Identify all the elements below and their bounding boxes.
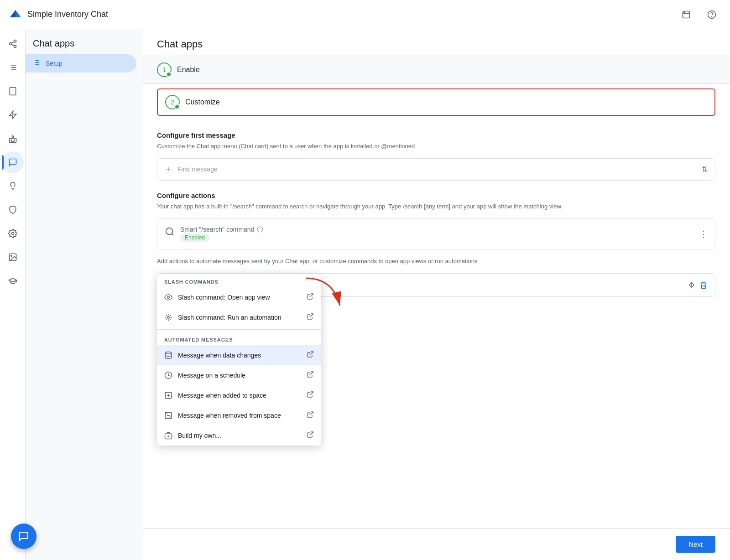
first-message-placeholder: First message xyxy=(177,166,218,173)
up-down-icon[interactable] xyxy=(688,281,696,289)
dropdown-item-removed-space-left: Message when removed from space xyxy=(164,411,281,420)
automated-messages-label: AUTOMATED MESSAGES xyxy=(157,332,321,345)
dropdown-item-run-automation[interactable]: Slash command: Run an automation xyxy=(157,307,321,327)
svg-point-29 xyxy=(10,255,11,257)
svg-point-5 xyxy=(712,16,712,16)
dropdown-arrow-added-space xyxy=(307,391,314,400)
dropdown-item-data-changes-left: Message when data changes xyxy=(164,351,261,359)
database-icon xyxy=(164,351,172,359)
topbar-left: Simple Inventory Chat xyxy=(9,8,108,21)
search-command-card[interactable]: Smart "/search" command Enabled ⋮ xyxy=(157,218,715,249)
sidebar-icon-chat[interactable] xyxy=(2,151,24,173)
first-message-expand-icon: ⇅ xyxy=(702,165,708,174)
svg-point-7 xyxy=(9,43,11,45)
enter-icon7 xyxy=(307,431,314,438)
svg-point-38 xyxy=(166,228,173,235)
build-own-icon xyxy=(164,431,172,440)
sidebar-icon-gallery[interactable] xyxy=(2,246,24,268)
icon-sidebar xyxy=(0,29,26,560)
svg-point-22 xyxy=(10,140,11,141)
enter-icon5 xyxy=(307,391,314,398)
sidebar-icon-graduation[interactable] xyxy=(2,270,24,292)
step1-label: Enable xyxy=(177,66,200,74)
dropdown-item-added-space-left: Message when added to space xyxy=(164,391,266,399)
next-button[interactable]: Next xyxy=(676,536,715,553)
nav-sidebar: Chat apps Setup xyxy=(26,29,142,560)
app-logo xyxy=(9,8,22,21)
step2-row-highlighted[interactable]: 2 Customize xyxy=(157,88,715,116)
svg-point-8 xyxy=(14,45,16,47)
share-icon xyxy=(8,39,17,48)
enter-icon6 xyxy=(307,411,314,418)
configure-actions-desc: Your chat app has a built-in "/search" c… xyxy=(157,202,715,211)
enter-icon2 xyxy=(307,313,314,320)
first-message-input[interactable]: First message ⇅ xyxy=(157,158,715,181)
clock-icon xyxy=(164,371,172,379)
configure-first-message-desc: Customize the Chat app menu (Chat card) … xyxy=(157,142,715,151)
add-icon xyxy=(165,165,173,173)
dropdown-item-open-app-view-left: Slash command: Open app view xyxy=(164,293,270,301)
dropdown-item-message-added-space[interactable]: Message when added to space xyxy=(157,385,321,405)
dropdown-arrow-data-changes xyxy=(307,351,314,360)
remove-space-icon xyxy=(164,411,172,420)
fab-chat-button[interactable] xyxy=(11,524,36,549)
step1-dot xyxy=(166,72,172,77)
sidebar-icon-list[interactable] xyxy=(2,57,24,78)
configure-first-message-title: Configure first message xyxy=(157,131,715,139)
preview-button[interactable] xyxy=(677,5,695,24)
dropdown-item-message-schedule[interactable]: Message on a schedule xyxy=(157,365,321,385)
first-message-input-left: First message xyxy=(165,165,218,173)
step1-badge: 1 xyxy=(157,62,172,77)
svg-line-39 xyxy=(172,233,173,235)
shield-icon xyxy=(8,205,17,214)
dropdown-item-removed-space-label: Message when removed from space xyxy=(178,412,281,419)
robot-icon xyxy=(8,134,17,143)
dropdown-item-open-app-view[interactable]: Slash command: Open app view xyxy=(157,287,321,307)
svg-line-9 xyxy=(11,44,14,46)
step2-badge: 2 xyxy=(165,95,180,109)
svg-point-21 xyxy=(12,136,13,137)
sidebar-icon-tablet[interactable] xyxy=(2,80,24,102)
dropdown-item-run-automation-left: Slash command: Run an automation xyxy=(164,313,281,321)
enter-icon3 xyxy=(307,351,314,358)
dropdown-item-build-own-left: Build my own... xyxy=(164,431,221,440)
sidebar-icon-robot[interactable] xyxy=(2,128,24,150)
content-footer: Next xyxy=(142,528,730,560)
configure-actions-title: Configure actions xyxy=(157,192,715,199)
main-layout: Chat apps Setup Chat apps 1 Enable xyxy=(0,29,730,560)
delete-icon[interactable] xyxy=(699,281,708,289)
svg-line-10 xyxy=(11,41,14,43)
dropdown-arrow-build-own xyxy=(307,431,314,440)
sidebar-item-setup[interactable]: Setup xyxy=(26,54,136,73)
tablet-icon xyxy=(8,87,17,96)
step1-row[interactable]: 1 Enable xyxy=(142,56,730,84)
sidebar-icon-shield[interactable] xyxy=(2,199,24,221)
action-card-controls xyxy=(688,281,708,289)
app-title: Simple Inventory Chat xyxy=(27,10,108,19)
dropdown-item-build-own[interactable]: Build my own... xyxy=(157,425,321,446)
bolt-icon xyxy=(8,110,17,119)
slash-commands-label: SLASH COMMANDS xyxy=(157,274,321,287)
dropdown-item-open-app-view-label: Slash command: Open app view xyxy=(178,294,270,301)
more-options-btn[interactable]: ⋮ xyxy=(699,229,708,239)
eye-icon xyxy=(164,293,172,301)
sidebar-icon-bolt[interactable] xyxy=(2,104,24,126)
dropdown-item-data-changes-label: Message when data changes xyxy=(178,352,261,359)
help-button[interactable] xyxy=(703,5,721,24)
sidebar-icon-bulb[interactable] xyxy=(2,175,24,197)
list-icon xyxy=(8,63,17,72)
preview-icon xyxy=(682,10,691,19)
info-icon xyxy=(257,226,263,233)
add-space-icon xyxy=(164,391,172,399)
sidebar-icon-share[interactable] xyxy=(2,33,24,55)
graduation-icon xyxy=(8,276,17,285)
svg-point-45 xyxy=(167,316,170,319)
sidebar-icon-settings[interactable] xyxy=(2,223,24,244)
search-command-info: Smart "/search" command Enabled xyxy=(180,226,263,242)
svg-marker-1 xyxy=(10,10,16,17)
step2-dot xyxy=(174,104,180,109)
content-header: Chat apps xyxy=(142,29,730,56)
dropdown-item-message-removed-space[interactable]: Message when removed from space xyxy=(157,405,321,425)
dropdown-item-message-data-changes[interactable]: Message when data changes xyxy=(157,345,321,365)
search-cmd-icon xyxy=(165,227,175,239)
